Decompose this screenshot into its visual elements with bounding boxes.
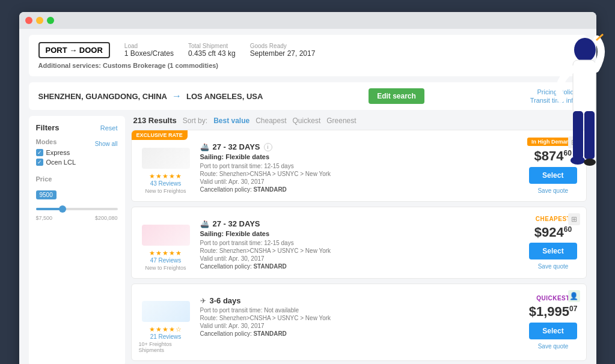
ocean-lcl-checkbox[interactable]: ✓ — [36, 159, 43, 166]
route-1: Route: Shenzhen>CNSHA > USNYC > New York — [200, 171, 521, 177]
price-min: $7,500 — [36, 215, 53, 221]
stars-1: ★★★★★ — [149, 172, 182, 180]
card-details-3: ✈ 3-6 days Port to port transit time: No… — [200, 291, 521, 353]
results-list: 213 Results Sort by: Best value Cheapest… — [131, 116, 587, 364]
result-card-1: EXCLUSIVE RATE ⊞ ★★★★★ 43 Reviews New to… — [131, 130, 587, 202]
ship-icon-2: 🚢 — [200, 220, 209, 228]
select-button-2[interactable]: Select — [529, 243, 577, 259]
price-range-labels: $7,500 $200,080 — [36, 215, 118, 221]
route-bar: SHENZHEN, GUANGDONG, CHINA → LOS ANGELES… — [29, 82, 587, 110]
route-destination: LOS ANGELES, USA — [186, 92, 263, 101]
valid-3: Valid until: Apr. 30, 2017 — [200, 323, 521, 329]
price-slider-track[interactable] — [36, 208, 118, 210]
price-label: Price — [36, 175, 52, 183]
card-details-1: 🚢 27 - 32 DAYS i Sailing: Flexible dates… — [200, 138, 521, 194]
transit-info-link[interactable]: Transit time info — [530, 97, 577, 104]
stars-3: ★★★★☆ — [149, 326, 182, 333]
shipping-type-row-3: ✈ 3-6 days — [200, 296, 521, 305]
price-max: $200,080 — [95, 215, 118, 221]
save-quote-3[interactable]: Save quote — [538, 343, 569, 350]
shipping-days-3: 3-6 days — [210, 296, 241, 305]
info-card: PORT → DOOR Load 1 Boxes/Crates Total Sh… — [29, 35, 587, 76]
maximize-dot[interactable] — [47, 17, 54, 24]
title-bar — [19, 12, 596, 29]
exclusive-badge: EXCLUSIVE RATE — [132, 130, 188, 140]
reviews-link-1[interactable]: 43 Reviews — [150, 180, 182, 187]
modes-label: Modes — [36, 138, 57, 145]
results-header: 213 Results Sort by: Best value Cheapest… — [131, 116, 587, 125]
valid-1: Valid until: Apr. 30, 2017 — [200, 178, 521, 185]
result-card-2: ⊞ ★★★★★ 47 Reviews New to Freightos 🚢 27… — [131, 207, 587, 279]
transit-1: Port to port transit time: 12-15 days — [200, 163, 521, 169]
reviews-link-2[interactable]: 47 Reviews — [150, 257, 182, 264]
price-3: $1,99507 — [529, 305, 578, 318]
additional-services: Additional services: Customs Brokerage (… — [38, 62, 577, 69]
modes-filter: Modes Show all ✓ Express ✓ Ocen LCL — [36, 138, 118, 166]
edit-search-button[interactable]: Edit search — [369, 88, 424, 104]
shipment-info: Total Shipment 0.435 cft 43 kg — [188, 43, 236, 58]
quickest-badge-3: QUICKEST — [536, 295, 570, 302]
sailing-info-1: Sailing: Flexible dates — [200, 153, 521, 160]
filter-express[interactable]: ✓ Express — [36, 149, 118, 156]
reviews-link-3[interactable]: 21 Reviews — [150, 333, 182, 340]
card-logo-1: ★★★★★ 43 Reviews New to Freightos — [139, 138, 193, 194]
card-logo-3: ★★★★☆ 21 Reviews 10+ Freightos Shipments — [139, 291, 193, 353]
shipping-days-1: 27 - 32 DAYS — [213, 142, 260, 151]
price-badge: 9500 — [36, 190, 57, 199]
transit-3: Port to port transit time: Not available — [200, 307, 521, 314]
ship-icon-1: 🚢 — [200, 143, 209, 151]
expand-icon-2[interactable]: ⊞ — [568, 213, 580, 225]
policy-1: Cancellation policy: STANDARD — [200, 186, 521, 193]
save-quote-2[interactable]: Save quote — [538, 263, 569, 270]
filter-ocean-lcl[interactable]: ✓ Ocen LCL — [36, 159, 118, 166]
svg-line-6 — [596, 34, 603, 40]
transit-2: Port to port transit time: 12-15 days — [200, 240, 521, 246]
close-dot[interactable] — [25, 17, 32, 24]
select-button-1[interactable]: Select — [529, 167, 577, 184]
sort-cheapest[interactable]: Cheapest — [255, 117, 286, 125]
show-all-link[interactable]: Show all — [95, 141, 118, 147]
slider-fill — [36, 208, 61, 210]
route-arrow-icon: → — [172, 91, 182, 102]
expand-icon-1[interactable]: ⊞ — [568, 136, 580, 148]
price-2: $92460 — [534, 226, 572, 239]
results-area: Filters Reset Modes Show all ✓ Express ✓… — [29, 116, 587, 364]
price-range: 9500 $7,500 $200,080 — [36, 189, 118, 221]
policy-3: Cancellation policy: STANDARD — [200, 330, 521, 337]
ocean-lcl-label: Ocen LCL — [46, 159, 76, 166]
result-card-3: 👤 ★★★★☆ 21 Reviews 10+ Freightos Shipmen… — [131, 284, 587, 361]
card-details-2: 🚢 27 - 32 DAYS Sailing: Flexible dates P… — [200, 214, 521, 271]
express-label: Express — [46, 149, 70, 156]
save-quote-1[interactable]: Save quote — [537, 187, 568, 194]
logo-image-3 — [142, 301, 190, 322]
sort-greenest[interactable]: Greenest — [326, 117, 356, 125]
minimize-dot[interactable] — [36, 17, 43, 24]
plane-icon-3: ✈ — [200, 297, 206, 305]
new-label-1: New to Freightos — [145, 188, 186, 194]
load-info: Load 1 Boxes/Crates — [124, 43, 174, 58]
cheapest-badge-2: CHEAPEST — [536, 216, 571, 222]
slider-thumb[interactable] — [59, 205, 66, 213]
logo-image-1 — [142, 148, 190, 169]
new-label-2: New to Freightos — [145, 265, 186, 271]
filters-title: Filters — [36, 123, 60, 132]
sort-label: Sort by: — [183, 117, 207, 125]
route-2: Route: Shenzhen>CNSHA > USNYC > New York — [200, 247, 521, 254]
filters-reset-button[interactable]: Reset — [100, 124, 118, 132]
info-icon-1[interactable]: i — [264, 143, 272, 151]
select-button-3[interactable]: Select — [529, 323, 577, 339]
filters-header: Filters Reset — [36, 123, 118, 132]
goods-info: Goods Ready September 27, 2017 — [250, 43, 316, 58]
logo-image-2 — [142, 225, 190, 246]
shipping-days-2: 27 - 32 DAYS — [213, 219, 260, 228]
price-filter: Price 9500 $7,500 $200,080 — [36, 173, 118, 221]
sort-best-value[interactable]: Best value — [213, 117, 249, 125]
pricing-policy-link[interactable]: Pricing Policy — [537, 88, 577, 96]
sailing-info-2: Sailing: Flexible dates — [200, 230, 521, 237]
port-door-badge: PORT → DOOR — [38, 42, 110, 58]
shipping-type-row-2: 🚢 27 - 32 DAYS — [200, 219, 521, 228]
price-1: $87460 — [534, 150, 572, 163]
express-checkbox[interactable]: ✓ — [36, 149, 43, 156]
sort-quickest[interactable]: Quickest — [293, 117, 321, 125]
expand-icon-3[interactable]: 👤 — [568, 290, 580, 302]
